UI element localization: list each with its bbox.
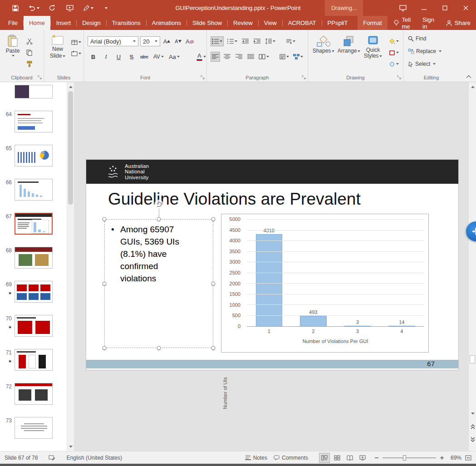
draw-button[interactable]	[79, 1, 97, 15]
strikethrough-button[interactable]: abc	[139, 52, 149, 62]
find-button[interactable]: Find	[408, 35, 426, 42]
undo-dropdown-arrow[interactable]	[37, 7, 39, 9]
slide-thumbnail-68[interactable]: 68	[0, 247, 67, 269]
close-button[interactable]	[455, 0, 476, 16]
select-button[interactable]: Select	[408, 61, 436, 67]
font-color-dropdown-arrow[interactable]	[203, 56, 206, 58]
arrange-button[interactable]: Arrange	[337, 35, 361, 54]
customize-qat-button[interactable]	[97, 1, 115, 15]
bold-button[interactable]: B	[88, 52, 98, 62]
scrollbar-thumb[interactable]	[470, 355, 475, 363]
thumbnail-scroll-down-icon[interactable]	[67, 443, 74, 450]
clear-formatting-button[interactable]: A	[185, 36, 195, 46]
slideshow-view-button[interactable]	[357, 453, 368, 463]
clipboard-dialog-launcher[interactable]	[38, 75, 42, 80]
slide-thumbnail-partial[interactable]	[0, 85, 67, 98]
slide-indicator[interactable]: Slide 67 of 78	[5, 455, 38, 461]
comments-button[interactable]: Comments	[274, 455, 308, 461]
resize-handle-middle-left[interactable]	[103, 282, 107, 286]
new-slide-button[interactable]: New Slide	[48, 34, 68, 59]
fit-to-window-button[interactable]	[465, 455, 471, 461]
convert-smartart-button[interactable]	[292, 52, 304, 62]
ink-status-button[interactable]	[49, 455, 55, 461]
zoom-out-button[interactable]	[374, 456, 379, 460]
increase-indent-button[interactable]	[252, 36, 262, 46]
align-left-button[interactable]	[211, 52, 220, 62]
tab-insert[interactable]: Insert	[51, 16, 77, 30]
font-size-dropdown-arrow[interactable]	[155, 40, 157, 42]
resize-handle-bottom-center[interactable]	[157, 346, 161, 350]
resize-handle-top-left[interactable]	[103, 217, 107, 221]
slide-thumbnail-67[interactable]: 67	[0, 213, 67, 235]
start-slideshow-button[interactable]	[61, 1, 79, 15]
zoom-in-button[interactable]	[440, 456, 444, 460]
cut-button[interactable]	[25, 36, 34, 46]
tab-view[interactable]: View	[259, 16, 282, 30]
tab-format[interactable]: Format	[358, 16, 387, 30]
slide-layout-button[interactable]	[70, 37, 82, 47]
language-button[interactable]: English (United States)	[66, 455, 122, 461]
character-spacing-button[interactable]: AV	[152, 52, 165, 62]
normal-view-button[interactable]	[319, 453, 330, 463]
resize-handle-bottom-left[interactable]	[103, 346, 107, 350]
tab-transitions[interactable]: Transitions	[107, 16, 146, 30]
save-button[interactable]	[6, 1, 25, 15]
rotation-handle[interactable]	[154, 200, 163, 209]
tab-design[interactable]: Design	[77, 16, 106, 30]
thumbnail-scrollbar-thumb[interactable]	[68, 91, 73, 205]
decrease-font-size-button[interactable]: A	[173, 36, 183, 46]
font-name-dropdown-arrow[interactable]	[133, 40, 136, 42]
copy-button[interactable]	[25, 48, 34, 58]
next-slide-button[interactable]	[469, 434, 476, 444]
slide-thumbnail-70[interactable]: 70★	[0, 315, 67, 337]
new-slide-dropdown-arrow[interactable]	[63, 55, 65, 57]
slide-sorter-view-button[interactable]	[332, 453, 343, 463]
display-settings-button[interactable]	[393, 0, 413, 16]
font-dialog-launcher[interactable]	[201, 75, 205, 80]
font-color-button[interactable]: A	[196, 52, 207, 62]
replace-button[interactable]: Replace	[408, 48, 442, 54]
tell-me-button[interactable]: Tell me	[388, 16, 417, 30]
slide-thumbnail-73[interactable]: 73	[0, 417, 67, 439]
align-center-button[interactable]	[222, 52, 232, 62]
shapes-button[interactable]: Shapes	[312, 35, 335, 54]
scroll-up-icon[interactable]	[469, 83, 476, 90]
slide-title[interactable]: Guideline Violations are Prevalent	[108, 190, 361, 209]
thumbnail-scrollbar[interactable]	[67, 82, 74, 451]
bar-series-4[interactable]	[388, 326, 415, 326]
previous-slide-button[interactable]	[469, 422, 476, 432]
zoom-slider[interactable]	[383, 457, 436, 458]
columns-button[interactable]	[258, 52, 270, 62]
vertical-scrollbar[interactable]	[468, 82, 476, 451]
bar-series-1[interactable]	[256, 234, 283, 326]
font-name-combo[interactable]: Arial (Body)	[88, 36, 138, 46]
slide-thumbnail-71[interactable]: 71★	[0, 349, 67, 371]
slide-thumbnail-72[interactable]: 72	[0, 383, 67, 405]
format-painter-button[interactable]	[25, 59, 34, 69]
slide-textbox[interactable]: • Among 65907 GUIs, 5369 UIs (8.1%) have…	[104, 219, 213, 348]
underline-button[interactable]: U	[114, 52, 123, 62]
bar-chart[interactable]: Number of UIs 05001000150020002500300035…	[221, 214, 429, 353]
decrease-indent-button[interactable]	[240, 36, 250, 46]
resize-handle-middle-right[interactable]	[211, 282, 216, 286]
notes-button[interactable]: Notes	[245, 455, 267, 461]
share-button[interactable]: Share	[440, 16, 476, 30]
resize-handle-top-center[interactable]	[157, 217, 161, 221]
thumbnail-scroll-up-icon[interactable]	[67, 83, 74, 90]
tab-animations[interactable]: Animations	[147, 16, 186, 30]
line-spacing-button[interactable]	[264, 36, 276, 46]
tab-ppsplit[interactable]: PPspliT	[322, 16, 353, 30]
shape-outline-button[interactable]	[388, 48, 400, 58]
increase-font-size-button[interactable]: A	[162, 36, 172, 46]
reset-slide-button[interactable]	[70, 49, 82, 59]
text-shadow-button[interactable]: S	[127, 52, 136, 62]
tab-file[interactable]: File	[3, 16, 23, 30]
resize-handle-top-right[interactable]	[211, 217, 216, 221]
paste-dropdown-arrow[interactable]	[12, 55, 15, 57]
minimize-button[interactable]	[413, 0, 434, 16]
text-direction-button[interactable]	[285, 36, 296, 46]
slide-thumbnail-64[interactable]: 64	[0, 111, 67, 132]
sign-in-button[interactable]: Sign in	[417, 16, 440, 30]
redo-button[interactable]	[43, 1, 61, 15]
zoom-percent[interactable]: 69%	[448, 455, 461, 461]
